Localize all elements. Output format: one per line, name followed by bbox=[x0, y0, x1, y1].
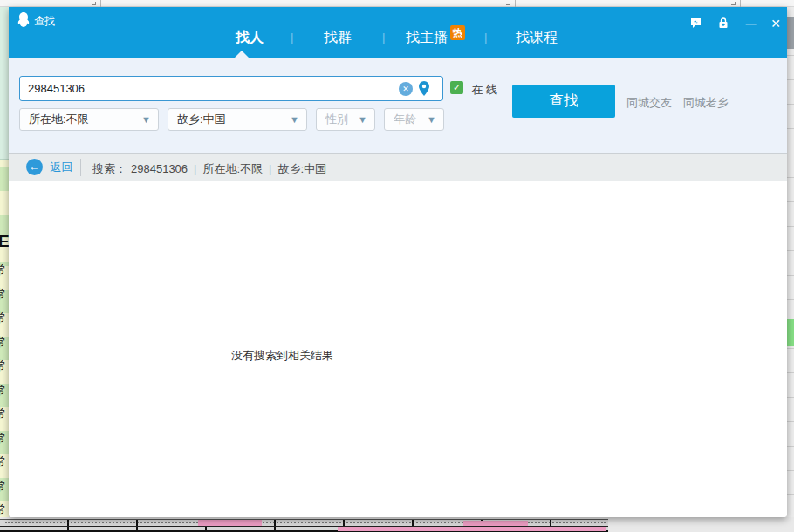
age-filter-value: 年龄 bbox=[394, 113, 416, 126]
search-input-value: 298451306 bbox=[28, 82, 86, 95]
lock-icon[interactable] bbox=[714, 16, 733, 31]
hot-badge: 热 bbox=[450, 25, 465, 40]
search-panel: 298451306 ✕ ✓ 在 线 所在地:不限 ▼ 故乡:中国 ▼ 性别 ▼ … bbox=[9, 58, 787, 153]
summary-prefix: 搜索： bbox=[92, 162, 127, 175]
bg-right-green-cell bbox=[787, 319, 794, 346]
same-city-friends-link[interactable]: 同城交友 bbox=[626, 96, 672, 109]
bg-right-dark-cell bbox=[787, 17, 794, 49]
bg-cell-divider bbox=[740, 0, 741, 7]
summary-separator: | bbox=[188, 162, 202, 175]
bg-cell-mark bbox=[506, 2, 510, 5]
back-arrow-icon: ← bbox=[26, 159, 43, 175]
titlebar: 查找 找人 | 找群 | 找主播热 | 找课程 — ✕ bbox=[9, 7, 787, 58]
summary-separator: | bbox=[263, 162, 277, 175]
bg-left-partial-glyph: E bbox=[0, 232, 9, 251]
search-input[interactable]: 298451306 ✕ bbox=[19, 76, 443, 101]
text-caret bbox=[86, 82, 86, 94]
clear-input-icon[interactable]: ✕ bbox=[399, 82, 413, 96]
checkbox-check-icon: ✓ bbox=[450, 81, 463, 94]
find-button[interactable]: 查找 bbox=[512, 85, 615, 118]
hometown-filter-value: 故乡:中国 bbox=[177, 113, 226, 126]
bg-left-cyan-band bbox=[0, 7, 9, 160]
search-summary-bar: ← 返回 搜索：298451306|所在地:不限|故乡:中国 bbox=[9, 153, 787, 181]
background-document-top-strip bbox=[0, 0, 794, 7]
bg-bottom-pink-cell bbox=[338, 527, 606, 531]
bg-cell-divider bbox=[100, 0, 101, 7]
gender-filter-value: 性别 bbox=[325, 113, 348, 126]
chevron-down-icon: ▼ bbox=[290, 109, 299, 130]
tab-find-people[interactable]: 找人 bbox=[223, 29, 276, 47]
location-filter-dropdown[interactable]: 所在地:不限 ▼ bbox=[19, 108, 159, 131]
close-button[interactable]: ✕ bbox=[766, 16, 785, 31]
summary-divider bbox=[80, 159, 81, 176]
window-title: 查找 bbox=[34, 14, 55, 29]
background-spreadsheet-right-strip bbox=[787, 7, 794, 517]
hometown-filter-dropdown[interactable]: 故乡:中国 ▼ bbox=[168, 108, 307, 131]
find-window: 查找 找人 | 找群 | 找主播热 | 找课程 — ✕ 298451306 ✕ … bbox=[9, 7, 787, 517]
summary-text: 搜索：298451306|所在地:不限|故乡:中国 bbox=[92, 161, 326, 177]
active-tab-caret bbox=[234, 51, 250, 58]
background-spreadsheet-left-strip: E 常常常常常常常常常常常 bbox=[0, 7, 9, 517]
tab-find-groups[interactable]: 找群 bbox=[311, 29, 364, 47]
tab-separator: | bbox=[484, 31, 487, 44]
age-filter-dropdown[interactable]: 年龄 ▼ bbox=[384, 108, 444, 131]
summary-filter-hometown: 故乡:中国 bbox=[277, 162, 326, 175]
summary-filter-location: 所在地:不限 bbox=[202, 162, 263, 175]
summary-query: 298451306 bbox=[127, 162, 188, 175]
background-spreadsheet-bottom-strip bbox=[0, 517, 794, 532]
feedback-icon[interactable] bbox=[686, 16, 705, 31]
minimize-button[interactable]: — bbox=[742, 16, 761, 31]
empty-results-message: 没有搜索到相关结果 bbox=[231, 348, 333, 364]
bg-cell-mark bbox=[731, 2, 736, 5]
tab-find-streamers[interactable]: 找主播热 bbox=[406, 29, 465, 47]
back-button[interactable]: ← 返回 bbox=[26, 159, 72, 175]
bg-cell-divider bbox=[515, 0, 516, 7]
chevron-down-icon: ▼ bbox=[141, 109, 151, 130]
same-city-townsmen-link[interactable]: 同城老乡 bbox=[683, 96, 729, 109]
online-label: 在 线 bbox=[471, 83, 497, 96]
chevron-down-icon: ▼ bbox=[358, 109, 367, 130]
quick-links: 同城交友 同城老乡 bbox=[626, 95, 736, 111]
location-filter-value: 所在地:不限 bbox=[29, 113, 89, 126]
back-label: 返回 bbox=[50, 159, 72, 175]
chevron-down-icon: ▼ bbox=[427, 109, 436, 130]
bg-left-column-text: 常常常常常常常常常常常 bbox=[0, 258, 9, 517]
qq-penguin-icon bbox=[17, 12, 31, 28]
bg-cell-mark bbox=[92, 2, 96, 5]
tab-find-courses[interactable]: 找课程 bbox=[509, 29, 565, 47]
results-area: 没有搜索到相关结果 bbox=[9, 181, 787, 517]
tab-find-streamers-label: 找主播 bbox=[406, 30, 448, 44]
location-pin-icon[interactable] bbox=[418, 80, 430, 100]
gender-filter-dropdown[interactable]: 性别 ▼ bbox=[316, 108, 375, 131]
tab-separator: | bbox=[291, 31, 293, 44]
online-checkbox[interactable]: ✓ 在 线 bbox=[450, 81, 497, 94]
tab-separator: | bbox=[382, 31, 385, 44]
